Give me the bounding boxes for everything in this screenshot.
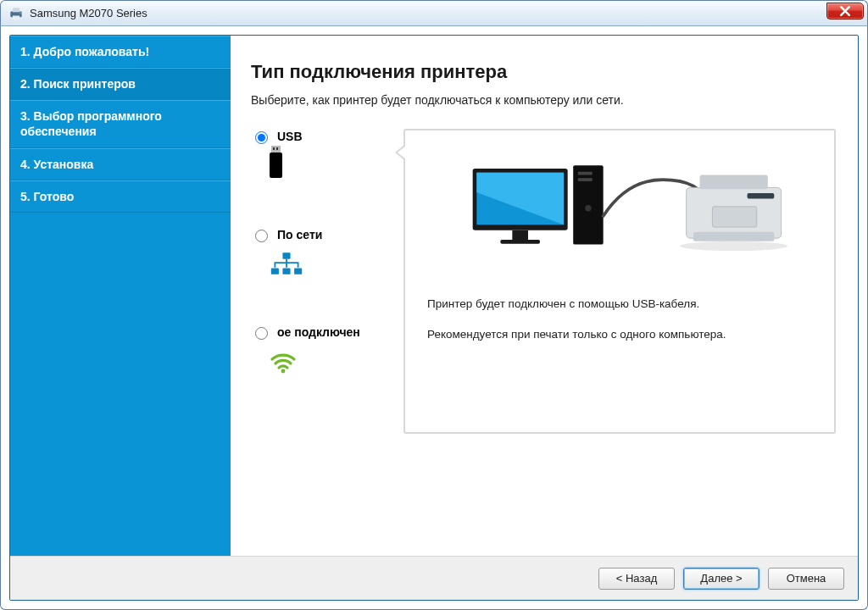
panel-pointer bbox=[395, 144, 405, 161]
back-button[interactable]: < Назад bbox=[598, 568, 675, 590]
svg-rect-6 bbox=[282, 269, 290, 274]
description-line-1: Принтер будет подключен с помощью USB-ка… bbox=[427, 295, 819, 313]
wifi-icon bbox=[270, 348, 403, 377]
svg-rect-2 bbox=[13, 15, 19, 19]
svg-rect-15 bbox=[578, 178, 593, 181]
sidebar: 1. Добро пожаловать! 2. Поиск принтеров … bbox=[10, 36, 231, 556]
svg-rect-4 bbox=[282, 252, 290, 258]
network-icon bbox=[270, 251, 403, 280]
page-title: Тип подключения принтера bbox=[251, 61, 836, 83]
option-usb-label: USB bbox=[277, 130, 303, 143]
svg-point-23 bbox=[680, 241, 787, 251]
close-button[interactable] bbox=[826, 3, 864, 19]
option-usb[interactable]: USB bbox=[251, 129, 403, 181]
svg-rect-19 bbox=[700, 175, 768, 189]
radio-network[interactable] bbox=[255, 230, 268, 242]
sidebar-step-software[interactable]: 3. Выбор программного обеспечения bbox=[10, 100, 231, 148]
svg-rect-21 bbox=[748, 193, 775, 199]
close-icon bbox=[840, 6, 850, 16]
sidebar-step-welcome[interactable]: 1. Добро пожаловать! bbox=[10, 36, 231, 68]
option-network[interactable]: По сети bbox=[251, 227, 403, 280]
svg-rect-12 bbox=[500, 240, 540, 244]
content-row: USB По сети bbox=[251, 129, 836, 434]
option-wireless[interactable]: ое подключен bbox=[251, 325, 403, 377]
usb-stick-icon bbox=[270, 152, 403, 181]
description-text: Принтер будет подключен с помощью USB-ка… bbox=[427, 295, 819, 344]
cancel-button[interactable]: Отмена bbox=[768, 568, 844, 590]
svg-rect-22 bbox=[712, 207, 756, 227]
svg-rect-20 bbox=[693, 232, 774, 241]
title-bar: Samsung M2070 Series bbox=[0, 0, 868, 25]
svg-point-8 bbox=[281, 369, 286, 374]
option-network-label: По сети bbox=[277, 228, 322, 241]
sidebar-step-done[interactable]: 5. Готово bbox=[10, 180, 231, 213]
svg-rect-5 bbox=[271, 269, 279, 274]
next-button[interactable]: Далее > bbox=[683, 568, 760, 590]
window-title: Samsung M2070 Series bbox=[30, 7, 147, 19]
svg-rect-1 bbox=[13, 8, 19, 12]
client-area: 1. Добро пожаловать! 2. Поиск принтеров … bbox=[0, 25, 868, 610]
installer-frame: 1. Добро пожаловать! 2. Поиск принтеров … bbox=[9, 35, 859, 601]
connection-illustration bbox=[427, 144, 819, 288]
sidebar-step-search[interactable]: 2. Поиск принтеров bbox=[10, 68, 231, 100]
connection-options: USB По сети bbox=[251, 129, 403, 385]
printer-icon bbox=[8, 5, 25, 22]
sidebar-step-install[interactable]: 4. Установка bbox=[10, 148, 231, 180]
main-content: Тип подключения принтера Выберите, как п… bbox=[231, 36, 858, 556]
svg-rect-11 bbox=[512, 230, 528, 240]
svg-rect-14 bbox=[578, 172, 593, 175]
description-line-2: Рекомендуется при печати только с одного… bbox=[427, 325, 819, 344]
radio-wireless[interactable] bbox=[255, 327, 268, 340]
radio-usb[interactable] bbox=[255, 131, 268, 144]
button-bar: < Назад Далее > Отмена bbox=[10, 556, 858, 600]
window: Samsung M2070 Series 1. Добро пожаловать… bbox=[0, 0, 868, 610]
svg-rect-7 bbox=[294, 269, 302, 274]
columns: 1. Добро пожаловать! 2. Поиск принтеров … bbox=[10, 36, 858, 556]
svg-point-3 bbox=[19, 12, 21, 14]
description-panel: Принтер будет подключен с помощью USB-ка… bbox=[403, 129, 836, 434]
svg-point-16 bbox=[585, 205, 591, 211]
page-subtitle: Выберите, как принтер будет подключаться… bbox=[251, 93, 836, 107]
option-wireless-label: ое подключен bbox=[277, 325, 360, 339]
